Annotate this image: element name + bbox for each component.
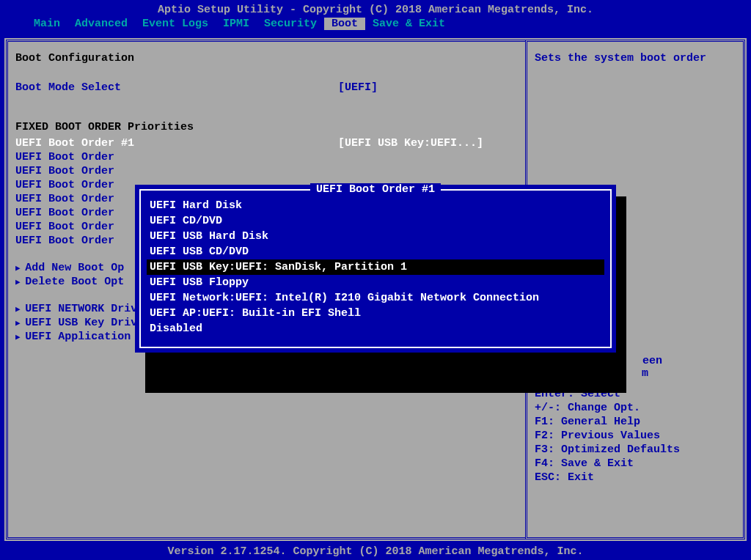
help-text: Sets the system boot order (535, 52, 736, 65)
popup-item-cd-dvd[interactable]: UEFI CD/DVD (147, 213, 604, 229)
help-keys: Enter: Select +/-: Change Opt. F1: Gener… (535, 387, 736, 485)
menu-event-logs[interactable]: Event Logs (135, 18, 216, 30)
key-f2: F2: Previous Values (535, 429, 736, 443)
popup-item-usb-key[interactable]: UEFI USB Key:UEFI: SanDisk, Partition 1 (147, 259, 604, 275)
key-f4: F4: Save & Exit (535, 457, 736, 471)
app-title: Aptio Setup Utility - Copyright (C) 2018… (0, 2, 751, 18)
key-change: +/-: Change Opt. (535, 401, 736, 415)
menu-boot[interactable]: Boot (324, 18, 365, 30)
boot-order-label: UEFI Boot Order #1 (15, 137, 338, 150)
boot-order-popup: UEFI Boot Order #1 UEFI Hard Disk UEFI C… (135, 185, 616, 353)
popup-item-hard-disk[interactable]: UEFI Hard Disk (147, 198, 604, 213)
boot-order-2[interactable]: UEFI Boot Order (15, 150, 518, 164)
menu-security[interactable]: Security (257, 18, 324, 30)
popup-inner: UEFI Boot Order #1 UEFI Hard Disk UEFI C… (139, 189, 612, 348)
menu-bar: Main Advanced Event Logs IPMI Security B… (0, 18, 751, 30)
boot-order-3[interactable]: UEFI Boot Order (15, 164, 518, 178)
menu-ipmi[interactable]: IPMI (216, 18, 257, 30)
header-bar: Aptio Setup Utility - Copyright (C) 2018… (0, 0, 751, 38)
boot-mode-value: [UEFI] (338, 81, 378, 94)
boot-order-label: UEFI Boot Order (15, 165, 338, 177)
popup-item-usb-hard-disk[interactable]: UEFI USB Hard Disk (147, 229, 604, 244)
popup-item-usb-cd-dvd[interactable]: UEFI USB CD/DVD (147, 244, 604, 259)
boot-order-1[interactable]: UEFI Boot Order #1 [UEFI USB Key:UEFI...… (15, 136, 518, 150)
fixed-boot-title: FIXED BOOT ORDER Priorities (15, 121, 518, 133)
key-f1: F1: General Help (535, 415, 736, 429)
menu-save-exit[interactable]: Save & Exit (365, 18, 453, 30)
popup-item-ap[interactable]: UEFI AP:UEFI: Built-in EFI Shell (147, 306, 604, 321)
key-esc: ESC: Exit (535, 471, 736, 485)
key-f3: F3: Optimized Defaults (535, 443, 736, 457)
boot-mode-row[interactable]: Boot Mode Select [UEFI] (15, 81, 518, 95)
menu-advanced[interactable]: Advanced (67, 18, 135, 30)
boot-order-value: [UEFI USB Key:UEFI...] (338, 137, 483, 150)
popup-item-network[interactable]: UEFI Network:UEFI: Intel(R) I210 Gigabit… (147, 290, 604, 306)
popup-item-disabled[interactable]: Disabled (147, 321, 604, 336)
version-text: Version 2.17.1254. Copyright (C) 2018 Am… (167, 545, 583, 558)
boot-config-title: Boot Configuration (15, 52, 518, 65)
popup-item-usb-floppy[interactable]: UEFI USB Floppy (147, 275, 604, 290)
footer-bar: Version 2.17.1254. Copyright (C) 2018 Am… (0, 543, 751, 560)
boot-mode-label: Boot Mode Select (15, 81, 338, 94)
menu-main[interactable]: Main (26, 18, 67, 30)
boot-order-label: UEFI Boot Order (15, 151, 338, 163)
popup-title: UEFI Boot Order #1 (310, 183, 441, 196)
